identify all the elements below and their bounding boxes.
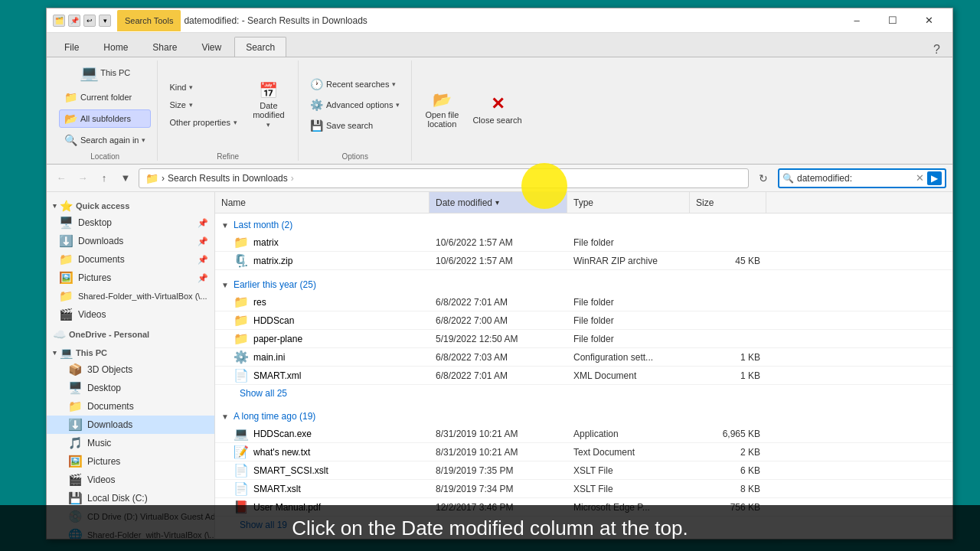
pin-icon-4: 📌 — [198, 273, 208, 283]
table-row[interactable]: 📁 res 6/8/2022 7:01 AM File folder — [215, 293, 952, 311]
sidebar-item-desktop-pc[interactable]: 🖥️ Desktop — [47, 379, 214, 397]
save-icon: 💾 — [310, 119, 323, 132]
desktop-icon: 🖥️ — [59, 216, 74, 230]
close-button[interactable]: ✕ — [911, 8, 946, 33]
table-row[interactable]: 🗜️ matrix.zip 10/6/2022 1:57 AM WinRAR Z… — [215, 252, 952, 270]
other-properties-button[interactable]: Other properties ▾ — [164, 115, 242, 130]
forward-button[interactable]: → — [74, 170, 91, 187]
table-row[interactable]: 📁 paper-plane 5/19/2022 12:50 AM File fo… — [215, 330, 952, 348]
shared-folder-icon: 📁 — [59, 289, 74, 303]
documents-icon: 📁 — [59, 253, 74, 266]
search-input[interactable] — [797, 173, 913, 184]
music-icon: 🎵 — [68, 436, 83, 450]
back-button[interactable]: ← — [53, 170, 70, 187]
recent-button[interactable]: ▼ — [117, 170, 134, 187]
title-bar-icons: 🗂️ 📌 ↩ ▾ — [53, 15, 111, 27]
onedrive-header[interactable]: ☁️ OneDrive - Personal — [47, 324, 214, 342]
ribbon: File Home Share View Search ? — [47, 33, 952, 165]
tab-search[interactable]: Search — [234, 37, 286, 57]
sidebar-item-documents-pc[interactable]: 📁 Documents — [47, 397, 214, 416]
sidebar-item-pictures-pinned[interactable]: 🖼️ Pictures 📌 — [47, 269, 214, 287]
sidebar-item-shared-folder[interactable]: 📁 Shared-Folder_with-VirtualBox (\... — [47, 287, 214, 305]
clear-search-button[interactable]: ✕ — [916, 172, 924, 184]
this-pc-button[interactable]: 💻 This PC — [59, 60, 151, 85]
table-row[interactable]: 📄 SMART_SCSI.xslt 8/19/2019 7:35 PM XSLT… — [215, 461, 952, 480]
section-header-long-ago[interactable]: ▼ A long time ago (19) — [215, 408, 952, 425]
file-list-header: Name Date modified ▾ Type Size — [215, 192, 952, 214]
maximize-button[interactable]: ☐ — [875, 8, 910, 33]
sidebar-item-videos-pc[interactable]: 🎬 Videos — [47, 471, 214, 489]
col-date-header[interactable]: Date modified ▾ — [430, 192, 567, 213]
col-size-header[interactable]: Size — [690, 192, 766, 213]
col-name-header[interactable]: Name — [215, 192, 430, 213]
open-file-location-button[interactable]: 📂 Open filelocation — [418, 86, 466, 132]
current-folder-button[interactable]: 📁 Current folder — [59, 88, 151, 106]
window-title: datemodified: - Search Results in Downlo… — [184, 15, 839, 26]
ribbon-group-options: 🕐 Recent searches ▾ ⚙️ Advanced options … — [299, 60, 412, 161]
show-all-link-1[interactable]: Show all 25 — [215, 385, 952, 402]
ribbon-group-close: 📂 Open filelocation ✕ Close search — [412, 60, 534, 161]
sidebar-item-downloads-pinned[interactable]: ⬇️ Downloads 📌 — [47, 232, 214, 250]
refresh-button[interactable]: ↻ — [753, 168, 773, 188]
sidebar-item-music[interactable]: 🎵 Music — [47, 434, 214, 452]
col-type-header[interactable]: Type — [567, 192, 690, 213]
save-search-button[interactable]: 💾 Save search — [305, 116, 405, 135]
sidebar-item-pictures-pc[interactable]: 🖼️ Pictures — [47, 452, 214, 471]
chevron-icon: ▾ — [53, 202, 57, 210]
sidebar-item-desktop[interactable]: 🖥️ Desktop 📌 — [47, 214, 214, 232]
pictures-icon: 🖼️ — [59, 271, 74, 285]
advanced-options-button[interactable]: ⚙️ Advanced options ▾ — [305, 96, 405, 114]
table-row[interactable]: ⚙️ main.ini 6/8/2022 7:03 AM Configurati… — [215, 348, 952, 367]
tab-share[interactable]: Share — [141, 37, 188, 57]
section-header-earlier[interactable]: ▼ Earlier this year (25) — [215, 276, 952, 293]
help-button[interactable]: ? — [927, 43, 946, 57]
search-box[interactable]: 🔍 ✕ ▶ — [778, 168, 946, 188]
subfolders-icon: 📂 — [64, 112, 77, 125]
cloud-icon: ☁️ — [53, 328, 66, 341]
recent-searches-button[interactable]: 🕐 Recent searches ▾ — [305, 75, 405, 93]
table-row[interactable]: 📁 matrix 10/6/2022 1:57 AM File folder — [215, 233, 952, 252]
location-label: Location — [90, 149, 119, 161]
ribbon-group-location: 💻 This PC 📁 Current folder 📂 All subfold… — [53, 60, 158, 161]
sidebar-item-videos-pinned[interactable]: 🎬 Videos — [47, 305, 214, 324]
minimize-button[interactable]: – — [839, 8, 874, 33]
this-pc-header[interactable]: ▾ 💻 This PC — [47, 342, 214, 360]
table-row[interactable]: 💻 HDDScan.exe 8/31/2019 10:21 AM Applica… — [215, 425, 952, 443]
star-icon: ⭐ — [60, 200, 73, 212]
this-pc-icon: 💻 — [80, 64, 99, 82]
dropdown-icon[interactable]: ▾ — [99, 15, 111, 27]
tab-home[interactable]: Home — [92, 37, 139, 57]
videos-icon: 🎬 — [59, 308, 74, 321]
all-subfolders-button[interactable]: 📂 All subfolders — [59, 109, 151, 128]
options-group-items: 🕐 Recent searches ▾ ⚙️ Advanced options … — [305, 60, 405, 149]
folder-row-icon: 📁 — [234, 235, 249, 249]
search-submit-button[interactable]: ▶ — [927, 171, 942, 185]
chevron-icon-2: ▾ — [53, 349, 57, 357]
table-row[interactable]: 📄 SMART.xml 6/8/2022 7:01 AM XML Documen… — [215, 367, 952, 385]
close-search-button[interactable]: ✕ Close search — [466, 86, 528, 132]
xslt-icon-1: 📄 — [234, 463, 249, 478]
quick-access-header[interactable]: ▾ ⭐ Quick access — [47, 195, 214, 214]
up-button[interactable]: ↑ — [96, 170, 113, 187]
main-content: ▾ ⭐ Quick access 🖥️ Desktop 📌 ⬇️ Downloa… — [47, 192, 952, 539]
kind-button[interactable]: Kind ▾ — [164, 80, 242, 95]
tab-file[interactable]: File — [53, 37, 90, 57]
address-bar[interactable]: 📁 › Search Results in Downloads › — [139, 168, 749, 188]
sidebar: ▾ ⭐ Quick access 🖥️ Desktop 📌 ⬇️ Downloa… — [47, 192, 215, 539]
date-modified-button[interactable]: 📅 Datemodified ▾ — [246, 82, 292, 128]
table-row[interactable]: 📝 what's new.txt 8/31/2019 10:21 AM Text… — [215, 443, 952, 461]
quick-access-icon[interactable]: 📌 — [68, 15, 80, 27]
refine-label: Refine — [217, 149, 239, 161]
search-again-button[interactable]: 🔍 Search again in ▾ — [59, 131, 151, 149]
table-row[interactable]: 📄 SMART.xslt 8/19/2019 7:34 PM XSLT File… — [215, 480, 952, 498]
sidebar-item-downloads-pc[interactable]: ⬇️ Downloads — [47, 416, 214, 434]
undo-icon[interactable]: ↩ — [83, 15, 96, 27]
location-group-items: 💻 This PC 📁 Current folder 📂 All subfold… — [59, 60, 151, 149]
sidebar-item-documents-pinned[interactable]: 📁 Documents 📌 — [47, 250, 214, 269]
size-button[interactable]: Size ▾ — [164, 97, 242, 112]
ribbon-tabs: File Home Share View Search ? — [47, 33, 952, 57]
tab-view[interactable]: View — [190, 37, 233, 57]
sidebar-item-3d-objects[interactable]: 📦 3D Objects — [47, 360, 214, 379]
section-header-last-month[interactable]: ▼ Last month (2) — [215, 217, 952, 233]
table-row[interactable]: 📁 HDDScan 6/8/2022 7:00 AM File folder — [215, 311, 952, 330]
